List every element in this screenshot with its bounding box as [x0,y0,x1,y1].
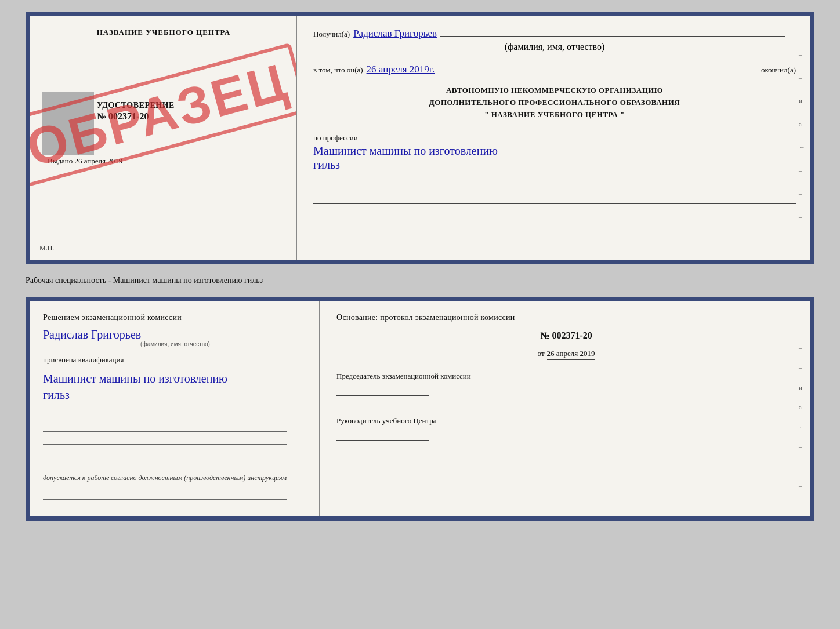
cert-bottom-left-panel: Решением экзаменационной комиссии Радисл… [30,301,320,516]
predsedatel-block: Председатель экзаменационной комиссии [336,370,796,399]
right-side-marks-top: – – – и а ← – – – [799,28,805,220]
dopuskaetsya-text: работе согласно должностным (производств… [87,474,287,482]
cert-udog-num: № 002371-20 [97,111,175,122]
right-side-marks-bottom: – – – и а ← – – – [799,325,805,489]
vtom-label: в том, что он(а) [313,66,363,75]
predsedatel-title: Председатель экзаменационной комиссии [336,370,796,382]
dopuskaetsya-label: допускается к [43,474,85,482]
cert-photo-placeholder [42,92,94,155]
cert-vydano-date: 26 апреля 2019 [75,157,123,165]
reshenie-title: Решением экзаменационной комиссии [43,313,307,322]
cert-udog-block: УДОСТОВЕРЕНИЕ № 002371-20 [97,101,175,122]
certificate-bottom: Решением экзаменационной комиссии Радисл… [26,297,814,521]
prisvoyena-text: присвоена квалификация [43,355,307,365]
cert-top-school-title: НАЗВАНИЕ УЧЕБНОГО ЦЕНТРА [42,28,285,37]
org-block: АВТОНОМНУЮ НЕКОММЕРЧЕСКУЮ ОРГАНИЗАЦИЮ ДО… [313,85,796,121]
bottom-profession-block: Машинист машины по изготовлению гильз [43,370,307,403]
predsedatel-sig-line [336,386,796,399]
rukov-title: Руководитель учебного Центра [336,415,796,427]
okonchil-label: окончил(а) [761,66,796,75]
cert-vydano: Выдано 26 апреля 2019 [48,157,122,166]
rukov-sig-line [336,430,796,444]
org-line2: ДОПОЛНИТЕЛЬНОГО ПРОФЕССИОНАЛЬНОГО ОБРАЗО… [313,97,796,109]
cert-top-left-panel: НАЗВАНИЕ УЧЕБНОГО ЦЕНТРА УДОСТОВЕРЕНИЕ №… [30,16,297,260]
bottom-prof-line2: гильз [43,388,70,401]
fio-label-top: (фамилия, имя, отчество) [505,42,605,52]
po-prof-label: по профессии [313,133,796,143]
poluchil-name: Радислав Григорьев [353,28,437,39]
predsedatel-signature [336,386,429,396]
cert-top-right-panel: Получил(а) Радислав Григорьев – (фамилия… [297,16,810,260]
proto-date-row: от 26 апреля 2019 [336,349,796,360]
cert-mp: М.П. [39,244,54,253]
proto-num: № 002371-20 [336,330,796,341]
certificate-top: НАЗВАНИЕ УЧЕБНОГО ЦЕНТРА УДОСТОВЕРЕНИЕ №… [26,12,814,264]
bottom-prof-line1: Машинист машины по изготовлению [43,372,227,385]
cert-vydano-label: Выдано [48,157,73,165]
poluchil-label: Получил(а) [313,30,350,39]
cert-bottom-right-panel: Основание: протокол экзаменационной коми… [320,301,810,516]
profession-line2-top: гильз [313,157,796,173]
org-line1: АВТОНОМНУЮ НЕКОММЕРЧЕСКУЮ ОРГАНИЗАЦИЮ [313,85,796,97]
osnovaniye-title: Основание: протокол экзаменационной коми… [336,313,796,322]
vtom-date: 26 апреля 2019г. [367,64,435,75]
bottom-left-dashlines [43,411,307,457]
bottom-dashes-top [313,184,796,204]
proto-date: 26 апреля 2019 [547,349,595,360]
bottom-person-name-wrapper: Радислав Григорьев (фамилия, имя, отчест… [43,328,307,347]
rukov-signature [336,430,429,441]
vtom-row: в том, что он(а) 26 апреля 2019г. окончи… [313,64,796,75]
org-line3: " НАЗВАНИЕ УЧЕБНОГО ЦЕНТРА " [313,109,796,121]
dash1: – [792,30,796,39]
dopuskaetsya-block: допускается к работе согласно должностны… [43,474,307,482]
specialty-label: Рабочая специальность - Машинист машины … [26,274,814,288]
cert-udog-title: УДОСТОВЕРЕНИЕ [97,101,175,110]
rukov-block: Руководитель учебного Центра [336,415,796,443]
poluchil-row: Получил(а) Радислав Григорьев – [313,28,796,39]
profession-block-top: по профессии Машинист машины по изготовл… [313,133,796,173]
proto-date-prefix: от [538,349,545,358]
bottom-fio-label: (фамилия, имя, отчество) [43,341,307,347]
